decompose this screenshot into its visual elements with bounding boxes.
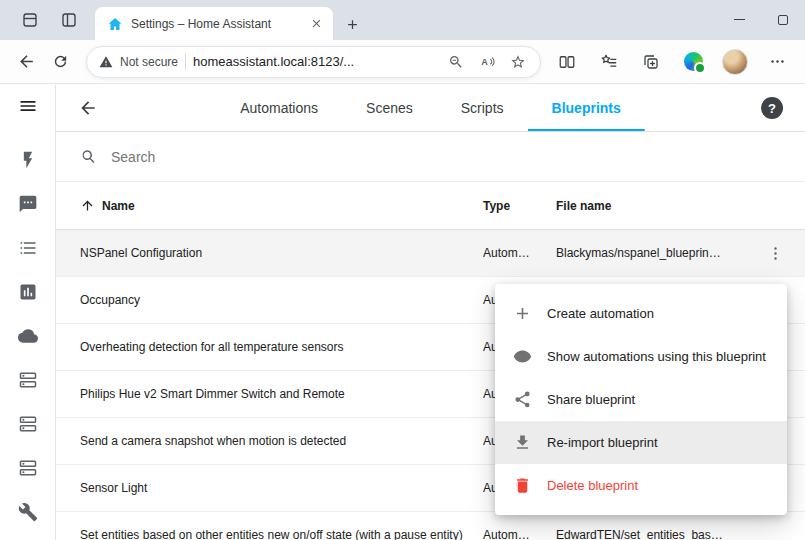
menu-item-create-automation[interactable]: Create automation <box>495 292 787 335</box>
tab-scripts[interactable]: Scripts <box>437 85 528 131</box>
server-icon[interactable] <box>16 368 40 392</box>
tab-close-icon[interactable] <box>307 15 325 33</box>
browser-titlebar: Settings – Home Assistant <box>0 0 805 40</box>
row-name: Set entities based on other entities new… <box>80 528 483 540</box>
ha-sidebar <box>0 85 56 540</box>
address-bar[interactable]: Not secure homeassistant.local:8123/... … <box>86 46 541 78</box>
row-name: Overheating detection for all temperatur… <box>80 340 483 354</box>
essentials-badge <box>684 52 703 71</box>
favorites-icon[interactable] <box>593 46 625 78</box>
server-icon[interactable] <box>16 456 40 480</box>
tab-blueprints[interactable]: Blueprints <box>528 85 645 131</box>
tab-automations[interactable]: Automations <box>216 85 342 131</box>
trash-icon <box>513 476 532 495</box>
assist-chat-icon[interactable] <box>16 192 40 216</box>
not-secure-warning-icon <box>99 55 113 69</box>
search-icon <box>80 148 98 166</box>
menu-icon[interactable] <box>16 94 40 118</box>
row-name: Sensor Light <box>80 481 483 495</box>
table-row[interactable]: Set entities based on other entities new… <box>56 512 805 540</box>
row-overflow-icon[interactable] <box>760 238 790 268</box>
download-icon <box>513 433 532 452</box>
table-row[interactable]: NSPanel Configuration Autom… Blackymas/n… <box>56 230 805 277</box>
history-chart-icon[interactable] <box>16 280 40 304</box>
tab-scenes[interactable]: Scenes <box>342 85 437 131</box>
favorite-star-icon[interactable] <box>506 50 530 74</box>
help-icon[interactable]: ? <box>761 97 783 119</box>
zoom-out-icon[interactable] <box>444 50 468 74</box>
read-aloud-icon[interactable]: A <box>475 50 499 74</box>
developer-tools-wrench-icon[interactable] <box>16 500 40 524</box>
row-type: Autom… <box>483 528 556 540</box>
menu-item-reimport-blueprint[interactable]: Re-import blueprint <box>495 421 787 464</box>
row-name: Philips Hue v2 Smart Dimmer Switch and R… <box>80 387 483 401</box>
column-header-file[interactable]: File name <box>556 199 746 213</box>
window-controls <box>717 0 805 39</box>
table-header: Name Type File name <box>56 182 805 230</box>
eye-icon <box>513 347 532 366</box>
row-type: Autom… <box>483 246 556 260</box>
sidebar-items <box>16 148 40 524</box>
todo-list-icon[interactable] <box>16 236 40 260</box>
avatar-image <box>722 49 748 75</box>
tab-title: Settings – Home Assistant <box>131 17 307 31</box>
refresh-button[interactable] <box>44 46 76 78</box>
column-header-name[interactable]: Name <box>102 199 135 213</box>
back-button[interactable] <box>10 46 42 78</box>
browser-essentials-icon[interactable] <box>677 46 709 78</box>
settings-more-icon[interactable] <box>761 46 793 78</box>
minimize-button[interactable] <box>717 0 761 39</box>
navbar-right-cluster <box>551 46 795 78</box>
home-assistant-favicon <box>107 16 123 32</box>
share-icon <box>513 390 532 409</box>
svg-text:A: A <box>481 57 488 67</box>
maximize-icon <box>778 15 788 25</box>
flash-icon[interactable] <box>16 148 40 172</box>
menu-item-share-blueprint[interactable]: Share blueprint <box>495 378 787 421</box>
row-name: Send a camera snapshot when motion is de… <box>80 434 483 448</box>
browser-tab[interactable]: Settings – Home Assistant <box>95 7 333 40</box>
row-name: NSPanel Configuration <box>80 246 483 260</box>
row-file: EdwardTEN/set_entities_bas… <box>556 528 746 540</box>
sort-ascending-icon[interactable] <box>80 198 95 213</box>
search-input[interactable] <box>111 149 781 165</box>
ha-back-icon[interactable] <box>76 96 100 120</box>
new-tab-button[interactable] <box>339 11 365 37</box>
menu-item-delete-blueprint[interactable]: Delete blueprint <box>495 464 787 507</box>
row-name: Occupancy <box>80 293 483 307</box>
url-text: homeassistant.local:8123/... <box>193 54 437 69</box>
minimize-icon <box>734 19 745 21</box>
row-file: Blackymas/nspanel_blueprin… <box>556 246 746 260</box>
ha-tab-bar: Automations Scenes Scripts Blueprints <box>216 85 645 131</box>
browser-window: Settings – Home Assistant Not secure <box>0 0 805 540</box>
cloud-icon[interactable] <box>16 324 40 348</box>
plus-icon <box>513 304 532 323</box>
server-icon[interactable] <box>16 412 40 436</box>
security-label: Not secure <box>120 55 178 69</box>
browser-navbar: Not secure homeassistant.local:8123/... … <box>0 40 805 84</box>
menu-item-show-automations[interactable]: Show automations using this blueprint <box>495 335 787 378</box>
collections-icon[interactable] <box>635 46 667 78</box>
maximize-button[interactable] <box>761 0 805 39</box>
workspaces-icon[interactable] <box>19 9 41 31</box>
profile-avatar[interactable] <box>719 46 751 78</box>
column-header-type[interactable]: Type <box>483 199 556 213</box>
vertical-tabs-icon[interactable] <box>58 9 80 31</box>
search-row <box>56 132 805 182</box>
row-context-menu: Create automation Show automations using… <box>495 284 787 515</box>
split-screen-icon[interactable] <box>551 46 583 78</box>
address-divider <box>185 54 186 70</box>
ha-header: Automations Scenes Scripts Blueprints ? <box>56 85 805 132</box>
